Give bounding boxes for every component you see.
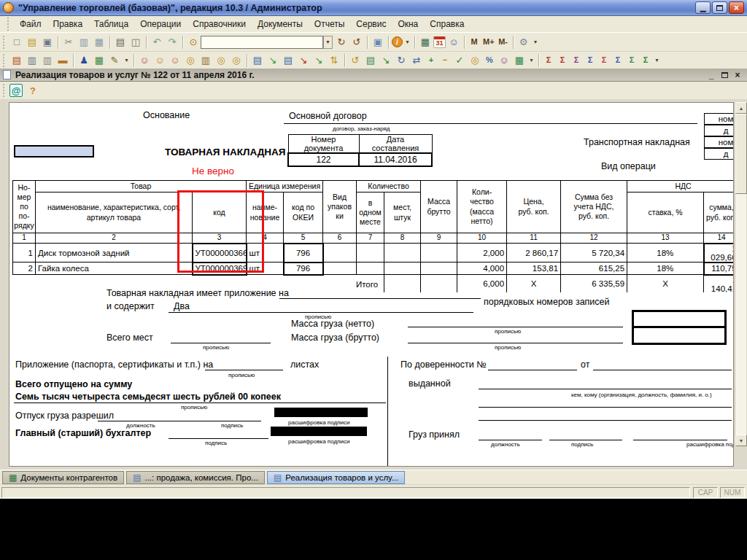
receipt-printer-icon[interactable]: ▥ <box>40 53 55 68</box>
reports-dropdown-icon[interactable]: ▾ <box>653 53 661 68</box>
cell-price[interactable]: 153,81 <box>507 262 561 275</box>
menu-table[interactable]: Таблица <box>88 17 134 31</box>
doc-date-value[interactable]: 11.04.2016 <box>359 153 432 166</box>
close-button[interactable]: × <box>729 1 744 14</box>
maximize-button[interactable] <box>712 1 727 14</box>
tab-sales-commission[interactable]: ▤ ...: продажа, комиссия. Про... <box>126 471 265 484</box>
memory-add-icon[interactable]: M+ <box>481 35 496 50</box>
doc-close-button[interactable]: × <box>731 69 744 80</box>
menu-operations[interactable]: Операции <box>134 17 187 31</box>
customer-sale-icon[interactable]: ☺ <box>168 53 182 68</box>
doc-exchange-icon[interactable]: ⇄ <box>409 53 424 68</box>
cell-name[interactable]: Гайка колеса <box>36 262 193 275</box>
print-icon[interactable]: ▤ <box>113 35 128 50</box>
cell-vat-amount[interactable]: 110,75 <box>704 262 734 275</box>
customer-display-icon[interactable]: ▬ <box>55 53 70 68</box>
doc-customer-icon[interactable]: ☺ <box>497 53 511 68</box>
sigma-blue-icon[interactable]: Σ <box>611 53 624 68</box>
doc-minimize-button[interactable]: _ <box>705 69 718 80</box>
open-icon[interactable]: ▤ <box>25 35 39 50</box>
contains-value[interactable]: Два <box>174 301 190 311</box>
cell-vat-amount[interactable]: 1 029,66 <box>704 244 734 262</box>
undo-icon[interactable]: ↶ <box>150 35 164 50</box>
redo-icon[interactable]: ↷ <box>165 35 179 50</box>
sigma-table-icon[interactable]: Σ <box>625 53 638 68</box>
minimize-button[interactable]: ▁ <box>695 1 711 14</box>
buyer-report-icon[interactable]: ▤ <box>281 53 295 68</box>
journal-icon[interactable]: ▦ <box>512 53 527 68</box>
print-preview-icon[interactable]: ◫ <box>128 35 143 50</box>
sigma-doc-icon[interactable]: Σ <box>584 53 597 68</box>
save-icon[interactable]: ▣ <box>40 35 55 50</box>
coins-icon[interactable]: ◎ <box>229 53 244 68</box>
cash-receipt-icon[interactable]: ◎ <box>183 53 198 68</box>
incoming-document-icon[interactable]: ↘ <box>266 53 280 68</box>
new-document-icon[interactable]: □ <box>9 35 24 50</box>
docs-dropdown-icon[interactable]: ▾ <box>527 53 535 68</box>
menu-documents[interactable]: Документы <box>252 17 309 31</box>
menu-help[interactable]: Справка <box>424 17 470 31</box>
find-previous-icon[interactable]: ↺ <box>349 35 364 50</box>
doc-approve-icon[interactable]: ✓ <box>452 53 467 68</box>
cell-gross[interactable] <box>421 262 457 275</box>
window-copy-icon[interactable]: ▣ <box>371 35 385 50</box>
doc-restore-button[interactable] <box>718 69 731 80</box>
cell-amount[interactable]: 615,25 <box>561 262 627 275</box>
cell-places[interactable] <box>384 244 421 262</box>
cut-icon[interactable]: ✂ <box>61 35 76 50</box>
doc-remove-icon[interactable]: − <box>438 53 452 68</box>
coins-refresh-icon[interactable]: ↺ <box>348 53 363 68</box>
cell-okei[interactable]: 796 <box>284 262 323 275</box>
scroll-down-arrow[interactable]: ▼ <box>735 435 747 446</box>
cell-num[interactable]: 1 <box>13 244 36 262</box>
cell-vat-rate[interactable]: 18% <box>627 244 704 262</box>
buyer-document-icon[interactable]: ▤ <box>250 53 265 68</box>
doc-money-icon[interactable]: ▤ <box>363 53 378 68</box>
calculator-icon[interactable]: ▦ <box>418 35 433 50</box>
doc-number-value[interactable]: 122 <box>288 153 359 166</box>
buyers-icon[interactable]: ♟ <box>77 53 91 68</box>
customer-invoice-icon[interactable]: ☺ <box>152 53 167 68</box>
find-icon[interactable]: ⊙ <box>186 35 201 50</box>
menu-file[interactable]: Файл <box>14 17 47 31</box>
send-email-icon[interactable]: @ <box>9 84 23 97</box>
sigma-check-icon[interactable]: Σ <box>639 53 652 68</box>
fiscal-printer-icon[interactable]: ▥ <box>25 53 39 68</box>
edit-report-icon[interactable]: ✎ <box>107 53 122 68</box>
cell-in-place[interactable] <box>357 244 384 262</box>
find-next-icon[interactable]: ↻ <box>334 35 349 50</box>
scrollbar-thumb[interactable] <box>735 114 747 194</box>
doc-percent-icon[interactable]: % <box>483 53 496 68</box>
cell-okei[interactable]: 796 <box>284 244 323 262</box>
user-settings-icon[interactable]: ☺ <box>446 35 461 50</box>
info-dropdown-icon[interactable]: ▾ <box>403 35 411 50</box>
menu-reports[interactable]: Отчеты <box>309 17 350 31</box>
tools-dropdown-icon[interactable]: ▾ <box>532 35 540 50</box>
menu-references[interactable]: Справочники <box>187 17 252 31</box>
tab-contractor-documents[interactable]: ▦ Документы контрагентов <box>2 471 124 484</box>
cell-places[interactable] <box>384 262 421 275</box>
receipt-arrow-icon[interactable]: ↘ <box>296 53 311 68</box>
calendar-icon[interactable]: 31 <box>433 36 446 48</box>
copy-icon[interactable]: ▥ <box>77 35 91 50</box>
customer-order-icon[interactable]: ☺ <box>137 53 152 68</box>
report-green-icon[interactable]: ↘ <box>379 53 393 68</box>
cell-num[interactable]: 2 <box>13 262 36 275</box>
coins-exchange-icon[interactable]: ⇅ <box>327 53 341 68</box>
sigma-customer-icon[interactable]: Σ <box>542 53 555 68</box>
equipment-dropdown-icon[interactable]: ▾ <box>123 53 131 68</box>
paste-icon[interactable]: ▦ <box>92 35 107 50</box>
cell-vat-rate[interactable]: 18% <box>627 262 704 275</box>
cell-in-place[interactable] <box>357 262 384 275</box>
sigma-red-icon[interactable]: Σ <box>597 53 611 68</box>
sigma-customers-icon[interactable]: Σ <box>556 53 569 68</box>
search-dropdown-button[interactable]: ▼ <box>323 36 333 49</box>
menu-windows[interactable]: Окна <box>392 17 424 31</box>
doc-refresh-icon[interactable]: ↻ <box>394 53 409 68</box>
memory-icon[interactable]: M <box>468 35 481 50</box>
scroll-up-arrow[interactable]: ▲ <box>735 102 747 114</box>
memory-subtract-icon[interactable]: M- <box>497 35 510 50</box>
menu-edit[interactable]: Правка <box>47 17 89 31</box>
tab-goods-sale[interactable]: ▤ Реализация товаров и услу... <box>267 471 405 484</box>
coins-list-icon[interactable]: ◎ <box>468 53 482 68</box>
